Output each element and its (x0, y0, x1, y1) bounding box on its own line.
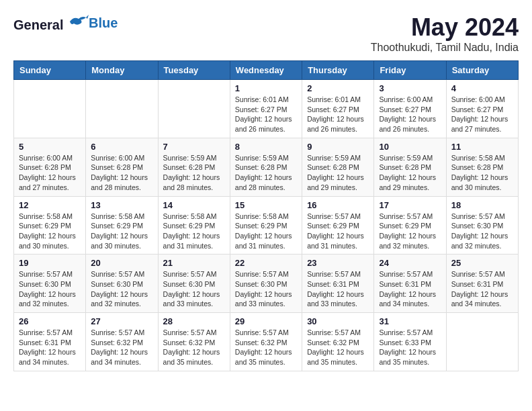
day-info: Sunrise: 6:01 AM Sunset: 6:27 PM Dayligh… (307, 95, 369, 134)
day-number: 31 (379, 316, 441, 326)
day-number: 2 (307, 83, 369, 93)
day-number: 23 (307, 258, 369, 268)
calendar-cell: 19Sunrise: 5:57 AM Sunset: 6:30 PM Dayli… (14, 255, 86, 313)
day-number: 25 (451, 258, 513, 268)
calendar-cell: 6Sunrise: 6:00 AM Sunset: 6:28 PM Daylig… (86, 138, 158, 196)
day-info: Sunrise: 5:58 AM Sunset: 6:29 PM Dayligh… (91, 212, 152, 251)
location: Thoothukudi, Tamil Nadu, India (371, 42, 519, 54)
day-number: 11 (451, 142, 513, 152)
logo-general: General (13, 17, 63, 32)
logo: General Blue (13, 13, 118, 33)
day-number: 6 (91, 142, 152, 152)
calendar-cell: 1Sunrise: 6:01 AM Sunset: 6:27 PM Daylig… (230, 80, 302, 138)
day-number: 17 (379, 200, 441, 210)
day-info: Sunrise: 5:57 AM Sunset: 6:33 PM Dayligh… (379, 328, 441, 367)
calendar-cell: 31Sunrise: 5:57 AM Sunset: 6:33 PM Dayli… (374, 313, 446, 371)
calendar-week-row: 1Sunrise: 6:01 AM Sunset: 6:27 PM Daylig… (14, 80, 519, 138)
calendar-cell: 24Sunrise: 5:57 AM Sunset: 6:31 PM Dayli… (374, 255, 446, 313)
title-section: May 2024 Thoothukudi, Tamil Nadu, India (371, 13, 519, 54)
day-info: Sunrise: 5:57 AM Sunset: 6:30 PM Dayligh… (19, 269, 81, 309)
day-number: 15 (235, 200, 297, 210)
day-number: 12 (19, 200, 81, 210)
calendar-day-header: Tuesday (158, 61, 230, 80)
day-info: Sunrise: 5:58 AM Sunset: 6:29 PM Dayligh… (19, 212, 81, 251)
day-info: Sunrise: 5:57 AM Sunset: 6:31 PM Dayligh… (451, 269, 513, 309)
page-header: General Blue May 2024 Thoothukudi, Tamil… (13, 13, 519, 54)
calendar-cell: 28Sunrise: 5:57 AM Sunset: 6:32 PM Dayli… (158, 313, 230, 371)
calendar-cell: 12Sunrise: 5:58 AM Sunset: 6:29 PM Dayli… (14, 196, 86, 255)
calendar-week-row: 12Sunrise: 5:58 AM Sunset: 6:29 PM Dayli… (14, 196, 519, 255)
day-number: 19 (19, 258, 81, 268)
calendar-day-header: Sunday (14, 61, 86, 80)
day-number: 26 (19, 316, 81, 326)
calendar-cell (158, 80, 230, 138)
calendar-day-header: Thursday (302, 61, 374, 80)
day-info: Sunrise: 5:59 AM Sunset: 6:28 PM Dayligh… (235, 153, 297, 193)
calendar-cell: 18Sunrise: 5:57 AM Sunset: 6:30 PM Dayli… (446, 196, 518, 255)
day-info: Sunrise: 6:00 AM Sunset: 6:28 PM Dayligh… (91, 153, 152, 193)
calendar-cell: 8Sunrise: 5:59 AM Sunset: 6:28 PM Daylig… (230, 138, 302, 196)
day-info: Sunrise: 5:59 AM Sunset: 6:28 PM Dayligh… (163, 153, 225, 193)
day-info: Sunrise: 5:57 AM Sunset: 6:30 PM Dayligh… (91, 269, 152, 309)
day-number: 5 (19, 142, 81, 152)
calendar-cell: 13Sunrise: 5:58 AM Sunset: 6:29 PM Dayli… (86, 196, 158, 255)
day-info: Sunrise: 5:58 AM Sunset: 6:29 PM Dayligh… (163, 212, 225, 251)
calendar-cell (86, 80, 158, 138)
calendar-cell: 11Sunrise: 5:58 AM Sunset: 6:28 PM Dayli… (446, 138, 518, 196)
calendar-week-row: 26Sunrise: 5:57 AM Sunset: 6:31 PM Dayli… (14, 313, 519, 371)
calendar-cell: 23Sunrise: 5:57 AM Sunset: 6:31 PM Dayli… (302, 255, 374, 313)
day-number: 9 (307, 142, 369, 152)
day-number: 3 (379, 83, 441, 93)
calendar-cell: 7Sunrise: 5:59 AM Sunset: 6:28 PM Daylig… (158, 138, 230, 196)
day-info: Sunrise: 5:59 AM Sunset: 6:28 PM Dayligh… (307, 153, 369, 193)
day-info: Sunrise: 6:00 AM Sunset: 6:27 PM Dayligh… (451, 95, 513, 134)
day-info: Sunrise: 5:57 AM Sunset: 6:30 PM Dayligh… (235, 269, 297, 309)
day-info: Sunrise: 5:57 AM Sunset: 6:32 PM Dayligh… (235, 328, 297, 367)
day-info: Sunrise: 5:57 AM Sunset: 6:31 PM Dayligh… (379, 269, 441, 309)
day-number: 14 (163, 200, 225, 210)
calendar-cell (14, 80, 86, 138)
calendar-day-header: Monday (86, 61, 158, 80)
month-title: May 2024 (371, 13, 519, 42)
day-info: Sunrise: 5:57 AM Sunset: 6:30 PM Dayligh… (163, 269, 225, 309)
day-info: Sunrise: 6:00 AM Sunset: 6:27 PM Dayligh… (379, 95, 441, 134)
day-number: 20 (91, 258, 152, 268)
calendar-week-row: 5Sunrise: 6:00 AM Sunset: 6:28 PM Daylig… (14, 138, 519, 196)
calendar-week-row: 19Sunrise: 5:57 AM Sunset: 6:30 PM Dayli… (14, 255, 519, 313)
calendar-cell: 9Sunrise: 5:59 AM Sunset: 6:28 PM Daylig… (302, 138, 374, 196)
calendar-cell: 10Sunrise: 5:59 AM Sunset: 6:28 PM Dayli… (374, 138, 446, 196)
day-info: Sunrise: 5:58 AM Sunset: 6:29 PM Dayligh… (235, 212, 297, 251)
calendar-cell: 14Sunrise: 5:58 AM Sunset: 6:29 PM Dayli… (158, 196, 230, 255)
calendar-cell: 2Sunrise: 6:01 AM Sunset: 6:27 PM Daylig… (302, 80, 374, 138)
day-info: Sunrise: 5:57 AM Sunset: 6:29 PM Dayligh… (307, 212, 369, 251)
calendar-day-header: Friday (374, 61, 446, 80)
day-info: Sunrise: 5:58 AM Sunset: 6:28 PM Dayligh… (451, 153, 513, 193)
calendar-header-row: SundayMondayTuesdayWednesdayThursdayFrid… (14, 61, 519, 80)
day-info: Sunrise: 5:57 AM Sunset: 6:31 PM Dayligh… (307, 269, 369, 309)
calendar-cell: 15Sunrise: 5:58 AM Sunset: 6:29 PM Dayli… (230, 196, 302, 255)
day-number: 7 (163, 142, 225, 152)
day-info: Sunrise: 5:57 AM Sunset: 6:31 PM Dayligh… (19, 328, 81, 367)
day-number: 13 (91, 200, 152, 210)
day-number: 1 (235, 83, 297, 93)
day-number: 16 (307, 200, 369, 210)
day-info: Sunrise: 6:01 AM Sunset: 6:27 PM Dayligh… (235, 95, 297, 134)
calendar-cell: 25Sunrise: 5:57 AM Sunset: 6:31 PM Dayli… (446, 255, 518, 313)
calendar-cell: 16Sunrise: 5:57 AM Sunset: 6:29 PM Dayli… (302, 196, 374, 255)
calendar-day-header: Wednesday (230, 61, 302, 80)
bird-logo-icon (69, 13, 89, 30)
logo-blue: Blue (89, 15, 118, 30)
day-info: Sunrise: 5:59 AM Sunset: 6:28 PM Dayligh… (379, 153, 441, 193)
calendar-table: SundayMondayTuesdayWednesdayThursdayFrid… (13, 60, 519, 371)
day-number: 10 (379, 142, 441, 152)
calendar-cell: 17Sunrise: 5:57 AM Sunset: 6:29 PM Dayli… (374, 196, 446, 255)
calendar-cell: 22Sunrise: 5:57 AM Sunset: 6:30 PM Dayli… (230, 255, 302, 313)
calendar-cell: 5Sunrise: 6:00 AM Sunset: 6:28 PM Daylig… (14, 138, 86, 196)
day-number: 18 (451, 200, 513, 210)
calendar-cell: 30Sunrise: 5:57 AM Sunset: 6:32 PM Dayli… (302, 313, 374, 371)
day-info: Sunrise: 5:57 AM Sunset: 6:32 PM Dayligh… (307, 328, 369, 367)
day-info: Sunrise: 6:00 AM Sunset: 6:28 PM Dayligh… (19, 153, 81, 193)
day-info: Sunrise: 5:57 AM Sunset: 6:29 PM Dayligh… (379, 212, 441, 251)
day-number: 27 (91, 316, 152, 326)
day-number: 30 (307, 316, 369, 326)
